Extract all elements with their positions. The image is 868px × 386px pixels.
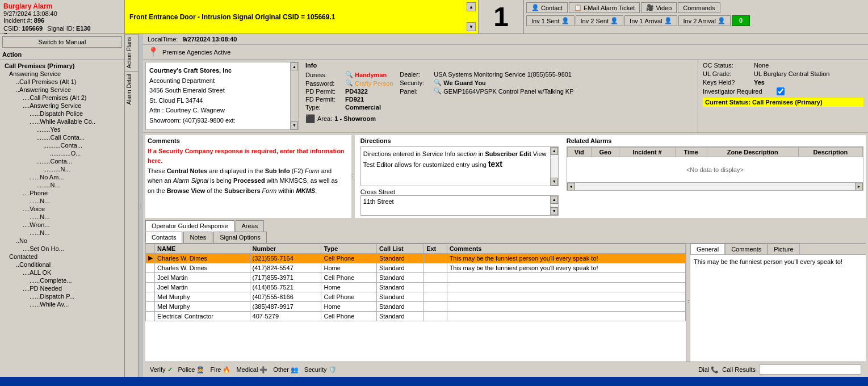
- search-icon-panel[interactable]: 🔍: [434, 87, 442, 95]
- tree-while-av[interactable]: ......While Av...: [2, 300, 122, 308]
- table-row[interactable]: Charles W. Dimes (417)824-5547 Home Stan…: [146, 263, 686, 272]
- action-plans-panel[interactable]: Action Plans: [125, 34, 138, 71]
- medical-button[interactable]: Medical ➕: [236, 366, 267, 374]
- signal-scroll-down[interactable]: ▼: [467, 22, 476, 31]
- directions-scroll-up[interactable]: ▲: [551, 147, 558, 155]
- tree-n-3[interactable]: ......N...: [2, 197, 122, 205]
- alarm-detail-panel[interactable]: Alarm Detail: [125, 71, 138, 107]
- tree-conta-2[interactable]: ........Conta...: [2, 157, 122, 165]
- tree-set-on-ho[interactable]: ....Set On Ho...: [2, 245, 122, 253]
- search-icon-duress[interactable]: 🔍: [345, 71, 353, 78]
- tree-no-am[interactable]: ......No Am...: [2, 173, 122, 181]
- other-icon: 👥: [291, 366, 299, 374]
- verify-button[interactable]: Verify ✓: [150, 366, 173, 374]
- tree-call-premises-alt1[interactable]: ..Call Premises (Alt 1): [2, 78, 122, 86]
- table-row[interactable]: Mel Murphy (385)487-9917 Home Standard: [146, 301, 686, 311]
- tree-answering-service-3[interactable]: ....Answering Service: [2, 102, 122, 110]
- address-scroll-down[interactable]: ▼: [291, 121, 298, 129]
- search-icon-password[interactable]: 🔍: [345, 79, 353, 87]
- tab-areas[interactable]: Areas: [236, 220, 265, 232]
- col-incident: Incident #: [619, 147, 675, 157]
- call-results-input[interactable]: [759, 364, 861, 375]
- tree-all-ok[interactable]: ....ALL OK: [2, 268, 122, 276]
- email-alarm-button[interactable]: 📋 EMail Alarm Ticket: [569, 2, 640, 13]
- fd-permit-label: FD Permit:: [305, 96, 345, 103]
- tree-complete[interactable]: ......Complete...: [2, 276, 122, 284]
- cross-street-scroll-down[interactable]: ▼: [551, 207, 558, 215]
- police-button[interactable]: Police 👮: [178, 366, 205, 374]
- pd-permit-value: PD4322: [345, 88, 368, 95]
- search-icon-security[interactable]: 🔍: [434, 79, 442, 86]
- drag-handle[interactable]: ⋮: [139, 34, 143, 377]
- table-row[interactable]: Joel Martin (414)855-7521 Home Standard: [146, 282, 686, 292]
- security-button[interactable]: Security 🛡️: [304, 366, 337, 374]
- tree-conditional[interactable]: ..Conditional: [2, 261, 122, 268]
- tab-operator-guided-response[interactable]: Operator Guided Response: [145, 220, 234, 232]
- address-scroll-up[interactable]: ▲: [291, 62, 298, 70]
- tree-conta-1[interactable]: ..........Conta...: [2, 141, 122, 149]
- status-bar: [0, 377, 868, 386]
- tree-call-premises-primary[interactable]: Call Premises (Primary): [2, 62, 122, 70]
- tree-n-4[interactable]: ......N...: [2, 213, 122, 221]
- ul-grade-value: UL Burglary Central Station: [754, 70, 830, 77]
- fire-button[interactable]: Fire 🔥: [210, 366, 230, 374]
- tree-n-5[interactable]: ......N...: [2, 229, 122, 237]
- investigator-checkbox[interactable]: [777, 87, 785, 95]
- switch-manual-button[interactable]: Switch to Manual: [2, 36, 122, 48]
- related-scroll-left[interactable]: ◄: [567, 183, 575, 191]
- tab-notes[interactable]: Notes: [183, 232, 212, 243]
- contact-button[interactable]: 👤 Contact: [526, 2, 568, 13]
- tree-pd-needed[interactable]: ....PD Needed: [2, 284, 122, 292]
- dial-button[interactable]: Dial 📞: [698, 366, 719, 374]
- video-icon: 🎥: [646, 4, 654, 11]
- related-scroll-right[interactable]: ►: [855, 183, 863, 191]
- signal-scroll-up[interactable]: ▲: [467, 2, 476, 11]
- tree-call-conta[interactable]: ........Call Conta...: [2, 133, 122, 141]
- panel-label: Panel:: [400, 88, 434, 95]
- tree-dispatch-police[interactable]: ......Dispatch Police: [2, 110, 122, 118]
- tree-answering-service-2[interactable]: ..Answering Service: [2, 86, 122, 94]
- tree-contacted[interactable]: Contacted: [2, 253, 122, 261]
- detail-tab-picture[interactable]: Picture: [768, 244, 799, 254]
- tree-o[interactable]: ............O...: [2, 149, 122, 157]
- tab-signal-options[interactable]: Signal Options: [213, 232, 267, 243]
- detail-tab-comments[interactable]: Comments: [725, 244, 768, 254]
- inv1-sent-button[interactable]: Inv 1 Sent 👤: [526, 15, 575, 26]
- table-row[interactable]: Electrical Contractor 407-5279 Cell Phon…: [146, 311, 686, 321]
- video-button[interactable]: 🎥 Video: [641, 2, 677, 13]
- directions-scroll-down[interactable]: ▼: [551, 178, 558, 186]
- tree-voice[interactable]: ....Voice: [2, 205, 122, 213]
- other-button[interactable]: Other 👥: [273, 366, 299, 374]
- duress-value: Handyman: [355, 72, 387, 78]
- tree-call-premises-alt2[interactable]: ....Call Premises (Alt 2): [2, 94, 122, 102]
- inv1-arrival-button[interactable]: Inv 1 Arrival 👤: [624, 15, 677, 26]
- cross-street-scroll-up[interactable]: ▲: [551, 196, 558, 204]
- tree-n-2[interactable]: ........N...: [2, 181, 122, 189]
- tree-while-available[interactable]: ......While Available Co..: [2, 118, 122, 125]
- tree-no[interactable]: ..No: [2, 237, 122, 245]
- tree-n-1[interactable]: ..........N...: [2, 165, 122, 173]
- tree-wron[interactable]: ....Wron...: [2, 221, 122, 229]
- password-value: Crafty Person: [355, 80, 393, 87]
- commands-button[interactable]: Commands: [678, 2, 720, 13]
- tab-contacts[interactable]: Contacts: [145, 232, 182, 243]
- inv2-arrival-button[interactable]: Inv 2 Arrival 👤: [678, 15, 731, 26]
- premise-agencies-icon: 📍: [148, 47, 159, 57]
- tree-dispatch-p[interactable]: ......Dispatch P...: [2, 292, 122, 300]
- table-row[interactable]: Joel Martin (717)855-3971 Cell Phone Sta…: [146, 272, 686, 282]
- contact-detail-panel: General Comments Picture This may be the…: [690, 244, 866, 362]
- th-number: Number: [250, 244, 321, 253]
- middle-drag-handle[interactable]: ⋮: [351, 135, 355, 218]
- detail-tab-general[interactable]: General: [690, 244, 725, 254]
- keys-held-value: Yes: [754, 79, 765, 86]
- table-row[interactable]: Mel Murphy (407)555-8166 Cell Phone Stan…: [146, 292, 686, 301]
- inv2-sent-button[interactable]: Inv 2 Sent 👤: [576, 15, 624, 26]
- duress-label: Duress:: [305, 72, 345, 78]
- tree-yes[interactable]: ........Yes: [2, 125, 122, 133]
- table-row[interactable]: ▶ Charles W. Dimes (321)555-7164 Cell Ph…: [146, 253, 686, 263]
- tree-phone[interactable]: ....Phone: [2, 189, 122, 197]
- detail-content: This may be the funniest person you'll e…: [690, 255, 866, 362]
- fire-label: Fire: [210, 366, 221, 373]
- tree-answering-service-1[interactable]: Answering Service: [2, 70, 122, 78]
- contacts-table: NAME Number Type Call List Ext Comments …: [145, 244, 686, 321]
